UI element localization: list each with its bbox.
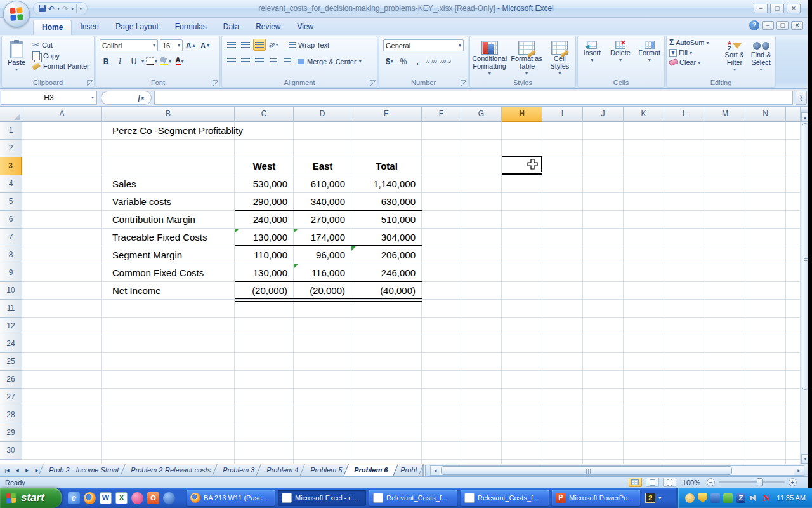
wrap-text-button[interactable]: Wrap Text — [289, 41, 329, 49]
horizontal-scroll-thumb[interactable] — [441, 466, 732, 475]
cell-value[interactable]: 630,000 — [351, 193, 422, 211]
zoom-slider[interactable] — [719, 481, 785, 483]
taskbar-button[interactable]: XMicrosoft Excel - r... — [278, 490, 366, 506]
sheet-tab-prob-2-income-stmnt[interactable]: Prob 2 - Income Stmnt — [38, 464, 129, 476]
cell-value[interactable]: 530,000 — [235, 175, 294, 193]
collapse-icon[interactable]: ▾ — [658, 495, 662, 501]
row-header-1[interactable]: 1 — [0, 122, 22, 140]
row-header-26[interactable]: 26 — [0, 371, 22, 389]
decrease-indent-button[interactable] — [267, 55, 280, 67]
delete-cells-button[interactable]: ✕ Delete▾ — [608, 38, 633, 64]
cell-value[interactable]: 130,000 — [235, 229, 294, 246]
cell-value[interactable]: 206,000 — [351, 246, 422, 264]
row-header-7[interactable]: 7 — [0, 229, 22, 246]
row-header-3[interactable]: 3 — [0, 157, 22, 175]
alignment-dialog-launcher[interactable] — [370, 80, 376, 86]
excel-icon[interactable]: X — [115, 492, 128, 504]
cell-value[interactable]: 246,000 — [351, 264, 422, 282]
column-header-I[interactable]: I — [542, 107, 583, 122]
cell-value[interactable]: 110,000 — [235, 246, 294, 264]
next-sheet-icon[interactable]: ▶ — [22, 465, 32, 476]
row-header-30[interactable]: 30 — [0, 442, 22, 460]
internet-explorer-icon[interactable]: e — [68, 492, 80, 504]
zoom-level[interactable]: 100% — [683, 479, 700, 486]
format-cells-button[interactable]: Format▾ — [636, 38, 663, 64]
grow-font-button[interactable]: A▲ — [185, 39, 197, 51]
row-header-6[interactable]: 6 — [0, 211, 22, 229]
scroll-left-icon[interactable]: ◀ — [431, 466, 440, 475]
fill-button[interactable]: ▼ Fill▾ — [669, 49, 721, 57]
cell-value[interactable]: 290,000 — [235, 193, 294, 211]
cell-label[interactable]: Traceable Fixed Costs — [112, 229, 239, 246]
messenger-icon[interactable] — [685, 493, 695, 503]
expand-formula-bar-button[interactable]: ∨∨ — [796, 91, 807, 105]
cell-value[interactable]: 270,000 — [294, 211, 351, 229]
font-color-button[interactable]: A▾ — [173, 55, 186, 67]
cell-label[interactable]: Common Fixed Costs — [112, 264, 239, 282]
increase-decimal-button[interactable]: .0 .00 — [425, 55, 438, 67]
row-header-5[interactable]: 5 — [0, 193, 22, 211]
column-header-H[interactable]: H — [502, 107, 542, 122]
name-box-dropdown-icon[interactable]: ▾ — [91, 95, 94, 100]
office-button[interactable] — [3, 1, 30, 27]
close-button[interactable]: ✕ — [787, 4, 801, 13]
align-center-button[interactable] — [239, 55, 252, 67]
row-header-27[interactable]: 27 — [0, 389, 22, 406]
column-header-J[interactable]: J — [583, 107, 624, 122]
row-header-10[interactable]: 10 — [0, 282, 22, 300]
font-dialog-launcher[interactable] — [213, 80, 218, 86]
column-header-K[interactable]: K — [624, 107, 664, 122]
decrease-decimal-button[interactable]: .00 .0 — [439, 55, 452, 67]
column-header-partial[interactable] — [786, 107, 801, 122]
page-break-view-button[interactable] — [663, 478, 676, 487]
restore-button[interactable]: ▢ — [770, 4, 784, 13]
volume-icon[interactable] — [749, 493, 758, 503]
messenger-pink-icon[interactable] — [131, 492, 143, 504]
comma-style-button[interactable]: , — [411, 55, 424, 67]
cell-value[interactable]: (20,000) — [294, 282, 351, 300]
conditional-formatting-button[interactable]: Conditional Formatting▾ — [472, 38, 508, 77]
cell-header-east[interactable]: East — [294, 157, 351, 175]
cell-value[interactable]: 130,000 — [235, 264, 294, 282]
cell-header-total[interactable]: Total — [351, 157, 422, 175]
copy-button[interactable]: Copy — [32, 51, 89, 60]
increase-indent-button[interactable] — [281, 55, 294, 67]
insert-function-button[interactable]: fx — [101, 91, 152, 105]
cell-title[interactable]: Perez Co -Segment Profitablity — [112, 122, 379, 140]
column-header-N[interactable]: N — [745, 107, 786, 122]
merge-center-button[interactable]: Merge & Center▾ — [298, 58, 362, 65]
tab-review[interactable]: Review — [247, 20, 289, 35]
workbook-minimize-button[interactable]: – — [762, 21, 774, 30]
autosum-button[interactable]: Σ AutoSum▾ — [669, 38, 721, 47]
firefox-icon[interactable] — [84, 492, 96, 504]
zoom-out-icon[interactable]: − — [707, 478, 715, 486]
top-align-button[interactable] — [225, 39, 238, 51]
zonealarm-icon[interactable]: Z — [736, 493, 745, 503]
row-header-9[interactable]: 9 — [0, 264, 22, 282]
taskbar-button[interactable]: WRelevant_Costs_f... — [369, 490, 457, 506]
number-format-select[interactable]: General▾ — [383, 39, 464, 51]
column-header-L[interactable]: L — [664, 107, 705, 122]
column-header-G[interactable]: G — [461, 107, 502, 122]
borders-button[interactable]: ▾ — [145, 55, 158, 67]
row-header-29[interactable]: 29 — [0, 424, 22, 442]
column-header-C[interactable]: C — [235, 107, 294, 122]
align-left-button[interactable] — [225, 55, 238, 67]
smart-tag-icon[interactable] — [351, 246, 356, 251]
paste-button[interactable]: Paste▾ — [4, 39, 29, 74]
formula-input[interactable] — [154, 91, 793, 105]
bottom-align-button[interactable] — [253, 39, 266, 51]
tab-home[interactable]: Home — [33, 20, 72, 35]
language-badge[interactable]: 2 — [645, 493, 655, 503]
format-as-table-button[interactable]: Format as Table▾ — [511, 38, 542, 77]
cell-value[interactable]: 610,000 — [294, 175, 351, 193]
undo-icon[interactable]: ↶ — [48, 5, 55, 13]
page-layout-view-button[interactable] — [646, 478, 659, 487]
grid[interactable]: Perez Co -Segment ProfitablityWestEastTo… — [22, 122, 801, 464]
cell-value[interactable]: (20,000) — [235, 282, 294, 300]
customize-qat-icon[interactable]: ▾ — [79, 6, 82, 11]
clear-button[interactable]: Clear▾ — [669, 58, 721, 66]
norton-icon[interactable]: N — [761, 493, 771, 503]
cell-value[interactable]: 240,000 — [235, 211, 294, 229]
column-header-M[interactable]: M — [705, 107, 745, 122]
